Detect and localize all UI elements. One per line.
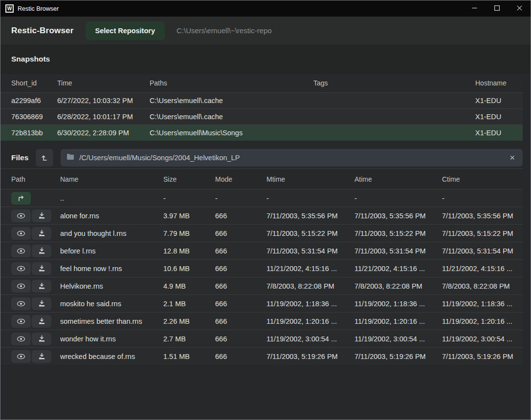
go-parent-dir-button[interactable] [11,192,31,205]
file-row[interactable]: wonder how it.rns2.7 MB66611/19/2002, 3:… [0,330,523,347]
window-controls [463,0,531,17]
file-row[interactable]: feel home now !.rns10.6 MB66611/21/2002,… [0,259,523,277]
snapshot-paths: C:\Users\emuell\.cache [150,113,313,121]
file-row[interactable]: moskito he said.rns2.1 MB66611/19/2002, … [0,294,523,312]
snapshot-time: 6/28/2022, 10:01:17 PM [57,113,150,121]
snapshot-paths: C:\Users\emuell\Music\Songs [150,129,313,137]
restore-file-button[interactable] [32,210,51,222]
window-title: Restic Browser [18,5,59,12]
preview-file-button[interactable] [11,280,31,293]
preview-file-button[interactable] [11,227,31,240]
file-ctime: 11/21/2002, 4:15:16 ... [442,265,523,273]
file-mtime: 11/19/2002, 1:20:16 ... [266,317,354,325]
snapshots-title: Snapshots [11,55,50,63]
app-logo-icon: W [5,4,14,13]
file-atime: 7/8/2003, 8:22:08 PM [354,282,442,290]
download-icon [38,212,45,219]
eye-icon [17,300,25,307]
restore-file-button[interactable] [32,245,51,257]
restore-file-button[interactable] [32,297,51,310]
file-mode: 666 [215,335,266,343]
close-icon [517,5,522,12]
download-icon [38,335,45,342]
preview-file-button[interactable] [11,333,31,345]
file-atime: 11/19/2002, 1:20:16 ... [354,317,442,325]
file-mtime: 7/11/2003, 5:19:26 PM [266,353,354,360]
parent-dir-row[interactable]: .. - - - - - [0,189,523,207]
file-ctime: 11/19/2002, 1:20:16 ... [442,317,523,325]
file-name: .. [60,194,163,202]
file-ctime: 7/11/2003, 5:19:26 PM [442,353,523,360]
clear-path-button[interactable]: × [508,153,517,162]
file-atime: 11/19/2002, 3:00:54 ... [354,335,442,343]
snapshot-short-id: 76306869 [11,113,57,121]
preview-file-button[interactable] [11,350,31,363]
preview-file-button[interactable] [11,315,31,328]
file-name: sometimes better than.rns [60,317,163,325]
files-bar: Files /C/Users/emuell/Music/Songs/2004_H… [0,147,531,168]
file-ctime: 7/11/2003, 5:31:54 PM [442,247,523,255]
preview-file-button[interactable] [11,210,31,222]
file-row[interactable]: alone for.rns3.97 MB6667/11/2003, 5:35:5… [0,207,523,224]
file-size: - [163,194,215,202]
snapshot-row[interactable]: 76306869 6/28/2022, 10:01:17 PM C:\Users… [0,108,523,125]
file-atime: 7/11/2003, 5:19:26 PM [354,353,442,360]
restore-file-button[interactable] [32,280,51,293]
col-time: Time [57,79,150,87]
app-window: W Restic Browser Restic-Browser [0,0,531,420]
restore-file-button[interactable] [32,315,51,328]
col-size: Size [163,175,215,183]
file-atime: 7/11/2003, 5:31:54 PM [354,247,442,255]
col-mtime: Mtime [266,175,354,183]
download-icon [38,282,45,290]
snapshot-row[interactable]: a2299af6 6/27/2022, 10:03:32 PM C:\Users… [0,92,523,108]
file-mode: 666 [215,282,266,290]
preview-file-button[interactable] [11,245,31,257]
close-button[interactable] [508,0,531,17]
minimize-button[interactable] [463,0,486,17]
maximize-icon [494,5,500,12]
download-icon [38,300,45,307]
files-table: Path Name Size Mode Mtime Atime Ctime .. [0,168,523,365]
file-row[interactable]: Helvikone.rns4.9 MB6667/8/2003, 8:22:08 … [0,277,523,294]
select-repository-button[interactable]: Select Repository [86,21,165,40]
file-mtime: 7/11/2003, 5:31:54 PM [266,247,354,255]
maximize-button[interactable] [486,0,508,17]
snapshot-time: 6/27/2022, 10:03:32 PM [57,97,150,105]
file-row[interactable]: wrecked because of.rns1.51 MB6667/11/200… [0,347,523,365]
file-size: 2.1 MB [163,300,215,308]
restore-file-button[interactable] [32,262,51,275]
file-ctime: 7/11/2003, 5:15:22 PM [442,230,523,237]
clear-path-icon: × [509,153,515,163]
snapshots-section-header: Snapshots [0,44,531,74]
file-row[interactable]: and you thought l.rns7.79 MB6667/11/2003… [0,224,523,242]
download-icon [38,247,45,254]
restore-file-button[interactable] [32,350,51,363]
eye-icon [17,212,25,219]
col-atime: Atime [354,175,442,183]
col-tags: Tags [313,79,475,87]
file-name: feel home now !.rns [60,265,163,273]
snapshot-time: 6/30/2022, 2:28:09 PM [57,129,150,137]
col-hostname: Hostname [475,79,523,87]
go-to-root-button[interactable] [36,149,53,167]
eye-icon [17,318,25,325]
preview-file-button[interactable] [11,262,31,275]
file-mode: 666 [215,247,266,255]
restore-file-button[interactable] [32,227,51,240]
snapshot-row-selected[interactable]: 72b813bb 6/30/2022, 2:28:09 PM C:\Users\… [0,125,523,141]
restore-file-button[interactable] [32,333,51,345]
current-path-input[interactable]: /C/Users/emuell/Music/Songs/2004_Helveti… [61,149,523,167]
file-mode: 666 [215,317,266,325]
titlebar: W Restic Browser [0,0,531,17]
file-ctime: 7/11/2003, 5:35:56 PM [442,212,523,220]
file-mode: 666 [215,230,266,237]
file-mode: 666 [215,265,266,273]
file-name: alone for.rns [60,212,163,220]
file-row[interactable]: before l.rns12.8 MB6667/11/2003, 5:31:54… [0,242,523,259]
up-to-root-icon [41,154,48,162]
file-atime: 7/11/2003, 5:15:22 PM [354,230,442,237]
col-path: Path [11,175,60,183]
file-row[interactable]: sometimes better than.rns2.26 MB66611/19… [0,312,523,330]
preview-file-button[interactable] [11,297,31,310]
